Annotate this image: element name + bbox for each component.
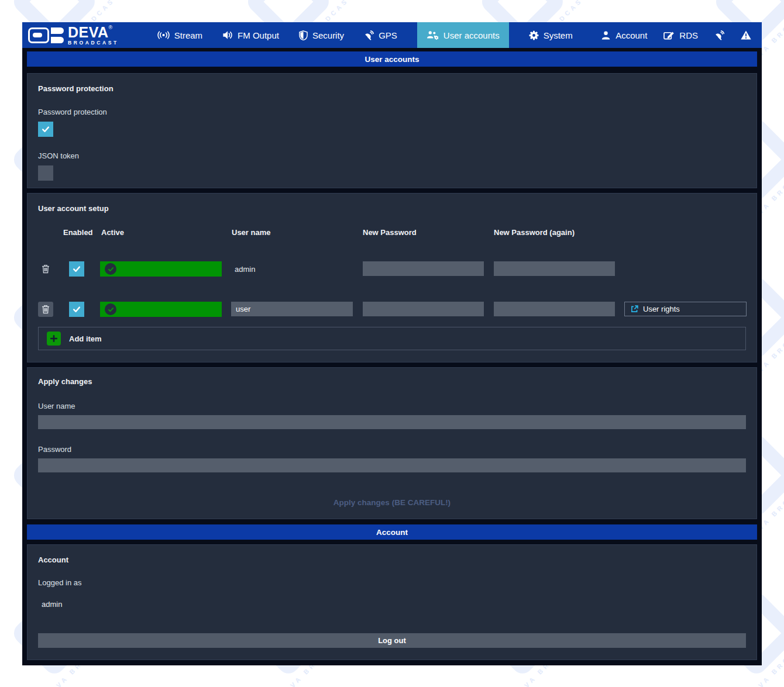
warning-icon (741, 30, 751, 40)
satellite-icon (714, 30, 724, 40)
active-check-icon (105, 303, 116, 315)
new-password-again-input[interactable] (494, 261, 615, 276)
gps-icon (364, 30, 374, 40)
account-panel: Account Logged in as admin Log out (27, 544, 757, 660)
user-row-admin: admin (38, 261, 746, 277)
add-item-button[interactable] (47, 332, 61, 346)
account-section-title: Account (27, 524, 757, 540)
apply-changes-button[interactable]: Apply changes (BE CAREFUL!) (333, 498, 451, 507)
log-out-button[interactable]: Log out (38, 633, 746, 648)
nav-item-user-accounts[interactable]: User accounts (417, 22, 509, 48)
apply-password-label: Password (38, 445, 746, 454)
enabled-checkbox[interactable] (69, 261, 84, 277)
brand-subtitle: BROADCAST (68, 40, 119, 46)
deva-logo[interactable]: DEVA® BROADCAST (28, 25, 119, 46)
column-header-new-password-again: New Password (again) (494, 228, 575, 237)
check-icon (41, 125, 50, 134)
account-panel-title: Account (38, 555, 746, 564)
column-header-user-name: User name (232, 228, 270, 237)
nav-item-stream[interactable]: Stream (157, 22, 202, 48)
apply-password-input[interactable] (38, 458, 746, 472)
json-token-checkbox[interactable] (38, 165, 53, 181)
password-protection-checkbox[interactable] (38, 122, 53, 137)
nav-item-system[interactable]: System (529, 22, 573, 48)
add-item-label: Add item (69, 334, 102, 343)
password-protection-panel: Password protection Password protection … (27, 73, 757, 188)
trash-icon (42, 305, 50, 314)
trash-icon (42, 264, 50, 274)
user-name-value: admin (231, 261, 353, 277)
check-icon (72, 264, 81, 274)
column-header-enabled: Enabled (63, 228, 93, 237)
nav-item-security[interactable]: Security (299, 22, 344, 48)
app-window: DEVA® BROADCAST Stream FM Output Securit… (22, 22, 762, 665)
apply-username-input[interactable] (38, 415, 746, 429)
user-account-setup-panel: User account setup Enabled Active User n… (27, 193, 757, 363)
active-status-indicator (100, 302, 222, 317)
external-link-icon (631, 305, 638, 313)
enabled-checkbox[interactable] (69, 302, 84, 317)
user-name-input[interactable] (231, 302, 353, 316)
password-protection-title: Password protection (38, 84, 746, 93)
json-token-label: JSON token (38, 151, 746, 160)
password-protection-label: Password protection (38, 108, 746, 116)
delete-user-button[interactable] (38, 302, 53, 317)
plus-icon (50, 334, 58, 343)
logged-in-as-label: Logged in as (38, 578, 746, 587)
nav-item-rds[interactable]: RDS (663, 22, 698, 48)
apply-changes-panel: Apply changes User name Password Apply c… (27, 367, 757, 519)
satellite-button[interactable] (714, 22, 724, 48)
user-account-setup-title: User account setup (38, 204, 109, 213)
nav-item-gps[interactable]: GPS (364, 22, 397, 48)
system-icon (529, 30, 539, 40)
logged-in-user-value: admin (38, 600, 746, 609)
navbar: DEVA® BROADCAST Stream FM Output Securit… (22, 22, 762, 48)
delete-user-button[interactable] (38, 261, 53, 277)
brand-name: DEVA (68, 24, 109, 40)
new-password-input[interactable] (363, 302, 484, 316)
account-icon (601, 30, 611, 40)
apply-username-label: User name (38, 402, 746, 410)
active-status-indicator (100, 261, 222, 277)
deva-logo-mark (28, 27, 64, 43)
stream-icon (157, 31, 170, 39)
alert-button[interactable] (741, 22, 751, 48)
apply-changes-title: Apply changes (38, 377, 746, 386)
nav-right: Account RDS (601, 22, 751, 48)
user-row-user: User rights (38, 302, 746, 317)
brand-registered-mark: ® (109, 25, 113, 30)
user-rights-button[interactable]: User rights (624, 302, 747, 316)
add-item-row[interactable]: Add item (38, 327, 746, 350)
nav-item-account[interactable]: Account (601, 22, 647, 48)
column-header-active: Active (101, 228, 124, 237)
page-title: User accounts (27, 51, 757, 67)
check-icon (72, 305, 81, 314)
security-icon (299, 30, 308, 40)
new-password-again-input[interactable] (494, 302, 615, 316)
fm-output-icon (222, 30, 233, 40)
column-header-new-password: New Password (363, 228, 417, 237)
nav-main: Stream FM Output Security GPS User accou… (157, 22, 573, 48)
new-password-input[interactable] (363, 261, 484, 276)
nav-item-fm-output[interactable]: FM Output (222, 22, 279, 48)
user-accounts-icon (427, 30, 439, 40)
active-check-icon (105, 263, 116, 275)
rds-icon (663, 30, 675, 40)
